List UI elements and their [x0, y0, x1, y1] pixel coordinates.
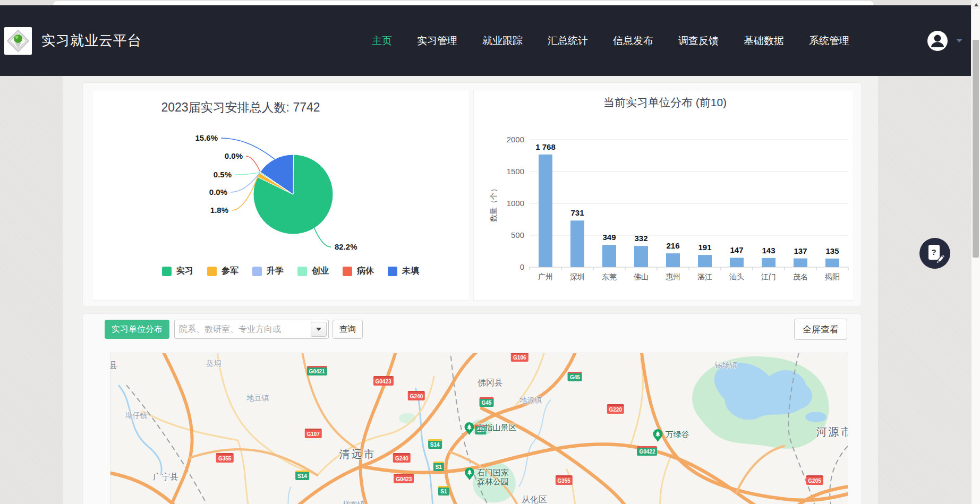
- bar-茂名: [794, 259, 807, 267]
- fullscreen-button[interactable]: 全屏查看: [794, 319, 847, 340]
- chevron-down-icon[interactable]: [956, 39, 962, 42]
- nav-item-2[interactable]: 就业跟踪: [482, 34, 523, 48]
- poi-label: 石门国家 森林公园: [477, 468, 509, 486]
- bar-category-label: 深圳: [570, 272, 585, 281]
- nav-item-0[interactable]: 主页: [372, 34, 392, 48]
- query-button[interactable]: 查询: [333, 320, 363, 339]
- nav-item-1[interactable]: 实习管理: [417, 34, 457, 48]
- help-pencil-icon: ?: [919, 238, 950, 269]
- bar-title: 当前实习单位分布 (前10): [603, 96, 727, 108]
- map-poi[interactable]: 万绿谷: [652, 429, 689, 444]
- bar-category-label: 茂名: [793, 272, 808, 281]
- legend-swatch: [207, 267, 217, 276]
- org-filter-select[interactable]: 院系、教研室、专业方向或: [174, 320, 329, 339]
- tree-pin-icon: [464, 422, 474, 437]
- page-content: 2023届实习安排总人数: 774282.2%1.8%0.0%0.5%0.0%1…: [63, 76, 878, 504]
- map-canvas[interactable]: 县葵垌地豆镇坳仔镇广宁县清远市梯面镇佛冈县地派镇从化区锡场镇河源市G106G04…: [110, 353, 848, 504]
- bar-value-label: 147: [730, 245, 743, 254]
- bar-value-label: 191: [698, 243, 711, 252]
- pie-title: 2023届实习安排总人数: 7742: [161, 100, 320, 114]
- bar-广州: [539, 155, 552, 267]
- map-place-label: 清远市: [339, 447, 376, 462]
- scrollbar-up-arrow[interactable]: [972, 0, 980, 9]
- pie-label-创业: 0.5%: [214, 170, 232, 179]
- pie-legend: 实习参军升学创业病休未填: [162, 266, 419, 277]
- legend-item-创业[interactable]: 创业: [297, 266, 329, 277]
- app-title: 实习就业云平台: [41, 31, 142, 50]
- legend-label: 创业: [312, 266, 329, 277]
- road-badge-G205: G205: [806, 475, 823, 485]
- legend-label: 未填: [402, 266, 419, 277]
- svg-text:?: ?: [931, 247, 936, 257]
- pie-label-参军: 1.8%: [210, 206, 228, 215]
- charts-card: 2023届实习安排总人数: 774282.2%1.8%0.0%0.5%0.0%1…: [82, 82, 862, 307]
- bar-value-label: 143: [762, 246, 775, 255]
- bar-y-tick: 1000: [507, 199, 524, 208]
- bar-东莞: [602, 245, 616, 267]
- page-scrollbar[interactable]: [971, 0, 980, 504]
- legend-swatch: [162, 267, 172, 276]
- legend-swatch: [297, 267, 307, 276]
- bar-category-label: 广州: [538, 272, 553, 281]
- legend-item-参军[interactable]: 参军: [207, 266, 238, 277]
- bar-value-label: 731: [570, 208, 584, 217]
- select-dropdown-button[interactable]: [311, 322, 327, 337]
- nav-item-4[interactable]: 信息发布: [613, 34, 653, 48]
- bar-value-label: 1 768: [535, 142, 556, 151]
- legend-item-未填[interactable]: 未填: [388, 266, 419, 277]
- road-badge-G45: G45: [479, 397, 493, 407]
- legend-label: 实习: [176, 266, 193, 277]
- bar-chart: 当前实习单位分布 (前10)数量（个）05001000150020001 768…: [474, 90, 855, 301]
- bar-y-axis-label: 数量（个）: [489, 185, 498, 222]
- legend-swatch: [252, 267, 262, 276]
- nav-item-5[interactable]: 调查反馈: [678, 34, 719, 48]
- legend-label: 病休: [357, 266, 374, 277]
- user-menu[interactable]: [927, 31, 962, 51]
- map-place-label: 葵垌: [206, 359, 221, 369]
- map-place-label: 地派镇: [519, 396, 542, 405]
- app-logo: [4, 27, 32, 55]
- map-poi[interactable]: 石门国家 森林公园: [464, 467, 509, 486]
- nav-item-6[interactable]: 基础数据: [744, 34, 784, 48]
- map-place-label: 锡场镇: [715, 361, 737, 370]
- map-place-label: 河源市: [816, 424, 848, 439]
- up-triangle-icon: [974, 3, 978, 6]
- road-badge-G45: G45: [568, 372, 582, 381]
- legend-label: 升学: [267, 266, 284, 277]
- road-badge-G355: G355: [555, 475, 572, 485]
- bar-category-label: 湛江: [697, 272, 712, 281]
- tree-pin-icon: [652, 429, 663, 444]
- map-place-label: 县: [110, 360, 118, 371]
- bar-value-label: 332: [634, 234, 647, 243]
- pie-label-升学: 0.0%: [209, 187, 227, 197]
- legend-label: 参军: [221, 266, 238, 277]
- road-badge-G0423: G0423: [394, 474, 414, 483]
- bar-汕头: [730, 258, 744, 267]
- legend-item-实习[interactable]: 实习: [162, 266, 193, 277]
- map-place-label: 广宁县: [153, 471, 178, 482]
- road-badge-G107: G107: [304, 429, 321, 438]
- help-feedback-button[interactable]: ?: [919, 238, 950, 269]
- road-badge-S14: S14: [295, 471, 309, 480]
- logo-diamond-icon: [7, 30, 29, 52]
- road-badge-S1: S1: [438, 486, 449, 496]
- map-place-label: 佛冈县: [478, 377, 503, 388]
- bar-value-label: 137: [794, 246, 807, 255]
- road-badge-G106: G106: [511, 353, 528, 362]
- map-poi[interactable]: 五指山景区: [464, 422, 516, 437]
- road-badge-G240: G240: [408, 391, 425, 400]
- legend-swatch: [343, 267, 352, 276]
- bar-category-label: 惠州: [666, 272, 680, 281]
- scrollbar-thumb[interactable]: [973, 40, 979, 258]
- user-avatar[interactable]: [927, 31, 948, 51]
- bar-category-label: 汕头: [729, 272, 744, 281]
- nav-item-3[interactable]: 汇总统计: [548, 34, 588, 48]
- pie-chart-panel: 2023届实习安排总人数: 774282.2%1.8%0.0%0.5%0.0%1…: [92, 90, 470, 301]
- road-badge-S1: S1: [433, 462, 444, 471]
- bar-category-label: 佛山: [633, 272, 649, 281]
- legend-item-升学[interactable]: 升学: [252, 266, 284, 277]
- select-placeholder: 院系、教研室、专业方向或: [175, 324, 311, 335]
- nav-item-7[interactable]: 系统管理: [809, 34, 849, 48]
- legend-item-病休[interactable]: 病休: [343, 266, 374, 277]
- map-filter-row: 实习单位分布 院系、教研室、专业方向或 查询 全屏查看: [105, 320, 847, 339]
